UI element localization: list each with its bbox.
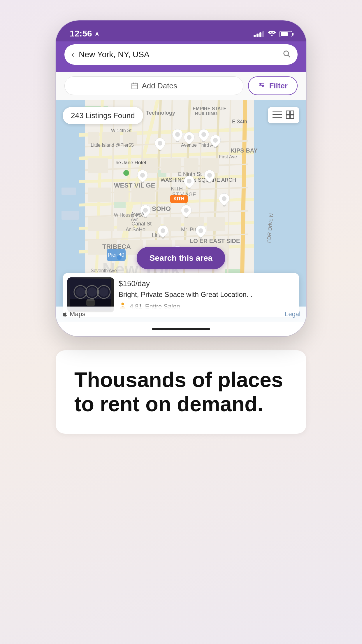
svg-point-101: [158, 141, 162, 146]
listing-name-text: Bright, Private Space with Great Locatio…: [119, 290, 295, 299]
svg-text:WEST VIL GE: WEST VIL GE: [114, 182, 155, 189]
svg-text:KIPS BAY: KIPS BAY: [231, 147, 258, 154]
home-indicator: [56, 322, 306, 336]
svg-rect-50: [114, 188, 129, 202]
svg-rect-64: [61, 211, 79, 220]
svg-rect-43: [123, 132, 137, 144]
battery-icon: [280, 31, 292, 37]
filter-label: Filter: [269, 81, 288, 90]
status-bar: 12:56: [56, 20, 306, 41]
svg-text:Little Island @Pier55: Little Island @Pier55: [91, 143, 134, 148]
svg-text:Ar SoHo: Ar SoHo: [126, 227, 145, 232]
svg-text:LO ER EAST SIDE: LO ER EAST SIDE: [190, 238, 240, 244]
legal-link[interactable]: Legal: [285, 310, 301, 318]
svg-point-107: [201, 132, 206, 137]
svg-text:EMPIRE STATE: EMPIRE STATE: [193, 106, 226, 111]
phone-frame: 12:56: [56, 20, 306, 336]
svg-text:Technology: Technology: [146, 110, 175, 116]
svg-text:Pier 40: Pier 40: [108, 252, 124, 258]
svg-text:KITH: KITH: [173, 196, 184, 201]
svg-rect-58: [207, 217, 225, 231]
calendar-icon: [131, 82, 138, 90]
svg-point-132: [123, 170, 129, 176]
search-bar[interactable]: ‹ New York, NY, USA: [64, 44, 298, 65]
wifi-icon: [268, 29, 276, 38]
listing-price: $150/day: [119, 278, 295, 288]
search-area-button[interactable]: Search this area: [137, 247, 225, 269]
svg-text:BUILDING: BUILDING: [195, 111, 217, 116]
svg-rect-49: [88, 188, 111, 202]
svg-point-125: [198, 228, 203, 233]
bottom-text-section: Thousands of places to rent on demand.: [56, 350, 306, 434]
svg-point-133: [117, 255, 122, 260]
price-unit: /day: [136, 279, 150, 288]
svg-line-1: [288, 55, 290, 57]
svg-rect-142: [290, 111, 294, 114]
svg-rect-44: [88, 158, 108, 173]
back-button[interactable]: ‹: [71, 50, 74, 59]
svg-rect-144: [290, 115, 294, 118]
svg-point-103: [175, 132, 180, 137]
add-dates-button[interactable]: Add Dates: [64, 76, 243, 95]
apple-maps-label: Maps: [70, 310, 85, 318]
home-bar: [152, 328, 210, 330]
svg-text:Avr: Avr: [131, 217, 138, 222]
svg-point-109: [213, 138, 218, 143]
map-view-toggle: [268, 107, 299, 123]
svg-text:The Jane Hotel: The Jane Hotel: [113, 160, 146, 165]
svg-rect-47: [184, 158, 198, 173]
svg-text:Seventh Ave: Seventh Ave: [91, 268, 117, 273]
svg-rect-41: [88, 132, 99, 144]
svg-text:First Ave: First Ave: [219, 154, 237, 159]
svg-rect-2: [132, 83, 138, 89]
filter-button[interactable]: Filter: [248, 76, 298, 95]
filter-icon: [258, 82, 266, 90]
grid-view-icon[interactable]: [285, 111, 295, 120]
svg-point-9: [263, 85, 264, 86]
map-container[interactable]: Technology EMPIRE STATE BUILDING E 34th …: [56, 100, 306, 322]
filter-row: Add Dates Filter: [56, 72, 306, 100]
time-display: 12:56: [70, 29, 92, 38]
signal-icon: [254, 31, 264, 37]
svg-rect-141: [286, 111, 290, 114]
svg-rect-65: [61, 188, 76, 195]
location-arrow-icon: [94, 31, 100, 36]
list-view-icon[interactable]: [273, 111, 282, 120]
svg-text:SOHO: SOHO: [152, 205, 171, 212]
svg-text:E 34th: E 34th: [232, 119, 247, 125]
svg-point-105: [187, 135, 191, 140]
svg-rect-42: [102, 132, 120, 144]
price-value: $150: [119, 279, 136, 288]
listings-badge: 243 Listings Found: [63, 107, 143, 124]
svg-point-8: [260, 83, 261, 84]
svg-rect-53: [88, 217, 114, 231]
svg-point-115: [207, 173, 212, 178]
location-text: New York, NY, USA: [79, 50, 278, 59]
svg-point-123: [161, 228, 165, 233]
listing-thumbnail: [70, 279, 111, 311]
svg-text:Ave A: Ave A: [131, 211, 145, 217]
status-time: 12:56: [70, 29, 100, 38]
svg-text:W 14th St: W 14th St: [111, 128, 132, 133]
phone-wrapper: 12:56: [56, 20, 306, 336]
svg-rect-154: [87, 299, 94, 301]
svg-text:WASHINGTON SQUARE ARCH: WASHINGTON SQUARE ARCH: [161, 177, 236, 183]
listings-count-text: 243 Listings Found: [71, 111, 135, 120]
svg-point-150: [87, 287, 97, 297]
maps-footer: Maps Legal: [56, 307, 306, 322]
add-dates-label: Add Dates: [142, 81, 177, 90]
headline-text: Thousands of places to rent on demand.: [74, 368, 288, 416]
svg-rect-46: [161, 158, 181, 173]
search-icon[interactable]: [282, 50, 291, 60]
status-icons: [254, 29, 292, 38]
svg-point-121: [184, 208, 189, 213]
svg-point-113: [187, 179, 191, 183]
svg-point-117: [222, 196, 226, 201]
search-bar-area: ‹ New York, NY, USA: [56, 41, 306, 72]
svg-point-155: [121, 303, 124, 305]
svg-rect-51: [131, 188, 155, 202]
svg-rect-143: [286, 115, 290, 118]
apple-maps-logo: Maps: [61, 310, 85, 318]
svg-text:KITH: KITH: [171, 186, 183, 192]
apple-logo-icon: [61, 311, 68, 317]
